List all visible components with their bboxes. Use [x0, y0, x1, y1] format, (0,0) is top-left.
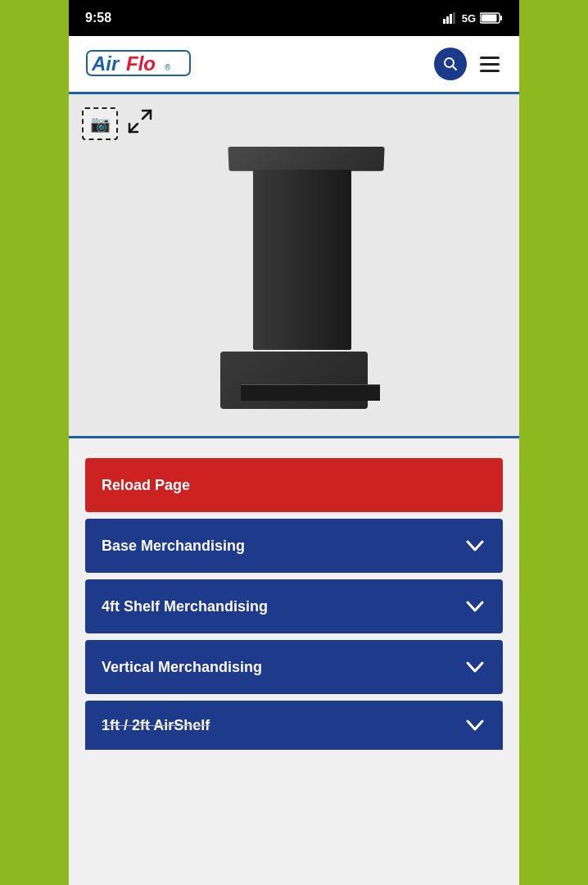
airflo-logo: Air Flo ® [85, 46, 192, 82]
base-drawer [241, 384, 380, 401]
svg-rect-6 [482, 15, 497, 22]
svg-line-16 [129, 124, 138, 132]
logo: Air Flo ® [85, 46, 192, 82]
reload-page-button[interactable]: Reload Page [85, 458, 503, 512]
svg-rect-0 [443, 19, 446, 24]
svg-rect-1 [446, 16, 449, 24]
vertical-merchandising-label: Vertical Merchandising [102, 659, 262, 676]
expand-icon [126, 107, 154, 135]
reload-page-label: Reload Page [102, 477, 190, 494]
image-tools [82, 107, 154, 140]
network-type: 5G [462, 12, 476, 25]
svg-text:®: ® [165, 63, 171, 72]
search-icon [442, 56, 459, 72]
svg-rect-3 [453, 12, 455, 24]
4ft-shelf-merchandising-button[interactable]: 4ft Shelf Merchandising [85, 579, 503, 633]
hamburger-line-2 [480, 63, 500, 66]
chevron-down-icon [464, 595, 486, 618]
battery-icon [480, 12, 503, 24]
svg-line-12 [453, 66, 457, 70]
svg-rect-2 [450, 14, 452, 24]
base-bottom [220, 352, 368, 409]
hamburger-line-1 [480, 57, 500, 59]
menu-section: Reload Page Base Merchandising 4ft Shelf… [69, 458, 519, 766]
status-bar: 9:58 5G [69, 0, 519, 36]
nav-bar: Air Flo ® [69, 36, 519, 94]
svg-rect-5 [500, 16, 502, 20]
base-merchandising-button[interactable]: Base Merchandising [85, 519, 503, 573]
expand-button[interactable] [126, 107, 154, 140]
screenshot-button[interactable] [82, 107, 118, 140]
chevron-down-icon [464, 656, 486, 678]
4ft-shelf-merchandising-label: 4ft Shelf Merchandising [102, 598, 268, 615]
status-time: 9:58 [85, 11, 111, 25]
phone-frame: 9:58 5G Air Flo ® [69, 0, 519, 885]
vertical-merchandising-button[interactable]: Vertical Merchandising [85, 640, 503, 694]
svg-text:Air: Air [91, 52, 120, 75]
airshelf-button[interactable]: 1ft / 2ft AirShelf [85, 701, 503, 750]
chevron-down-icon [464, 714, 486, 737]
signal-icon [443, 12, 458, 24]
search-button[interactable] [434, 48, 467, 80]
product-3d-model [204, 147, 384, 409]
body-main [253, 170, 351, 350]
svg-line-15 [142, 111, 151, 119]
gap [69, 438, 519, 458]
chevron-down-icon [464, 534, 486, 557]
airshelf-label: 1ft / 2ft AirShelf [102, 717, 210, 734]
hamburger-line-3 [480, 70, 500, 72]
status-icons: 5G [443, 12, 503, 25]
shelf-top [228, 146, 384, 170]
menu-button[interactable] [477, 53, 503, 75]
nav-icons [434, 48, 503, 80]
base-merchandising-label: Base Merchandising [102, 538, 245, 555]
svg-text:Flo: Flo [126, 52, 156, 75]
product-image-area [69, 94, 519, 438]
